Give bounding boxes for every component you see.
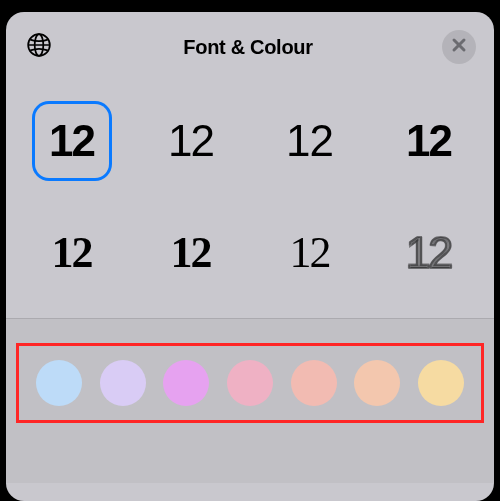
sheet-title: Font & Colour xyxy=(183,36,312,59)
font-sample-label: 12 xyxy=(286,119,333,163)
colour-swatch-light-blue[interactable] xyxy=(36,360,82,406)
font-option-rounded[interactable]: 12 xyxy=(35,104,109,178)
font-sample-label: 12 xyxy=(52,231,92,275)
close-button[interactable] xyxy=(442,30,476,64)
font-colour-sheet: Font & Colour 12 12 12 12 12 12 xyxy=(6,12,494,501)
font-sample-label: 12 xyxy=(406,119,451,163)
colour-swatch-yellow[interactable] xyxy=(418,360,464,406)
colour-swatch-pink[interactable] xyxy=(227,360,273,406)
font-sample-label: 12 xyxy=(290,231,330,275)
colour-swatch-coral[interactable] xyxy=(291,360,337,406)
font-grid: 12 12 12 12 12 12 12 12 xyxy=(6,76,494,318)
font-option-serif[interactable]: 12 xyxy=(35,216,109,290)
colour-row[interactable] xyxy=(27,360,473,406)
font-option-outline[interactable]: 12 xyxy=(392,216,466,290)
colour-section xyxy=(6,319,494,483)
sheet-header: Font & Colour xyxy=(6,12,494,76)
font-option-slab[interactable]: 12 xyxy=(154,216,228,290)
font-option-serif-thin[interactable]: 12 xyxy=(273,216,347,290)
font-option-light[interactable]: 12 xyxy=(154,104,228,178)
colour-swatch-lavender[interactable] xyxy=(100,360,146,406)
font-sample-label: 12 xyxy=(168,119,213,163)
font-sample-label: 12 xyxy=(406,231,451,275)
language-globe-button[interactable] xyxy=(24,32,54,62)
font-sample-label: 12 xyxy=(171,231,211,275)
annotation-highlight-box xyxy=(16,343,484,423)
colour-swatch-peach[interactable] xyxy=(354,360,400,406)
close-icon xyxy=(451,37,467,57)
font-option-stencil[interactable]: 12 xyxy=(392,104,466,178)
globe-icon xyxy=(26,32,52,62)
colour-swatch-magenta-pink[interactable] xyxy=(163,360,209,406)
font-option-regular[interactable]: 12 xyxy=(273,104,347,178)
font-sample-label: 12 xyxy=(49,119,94,163)
